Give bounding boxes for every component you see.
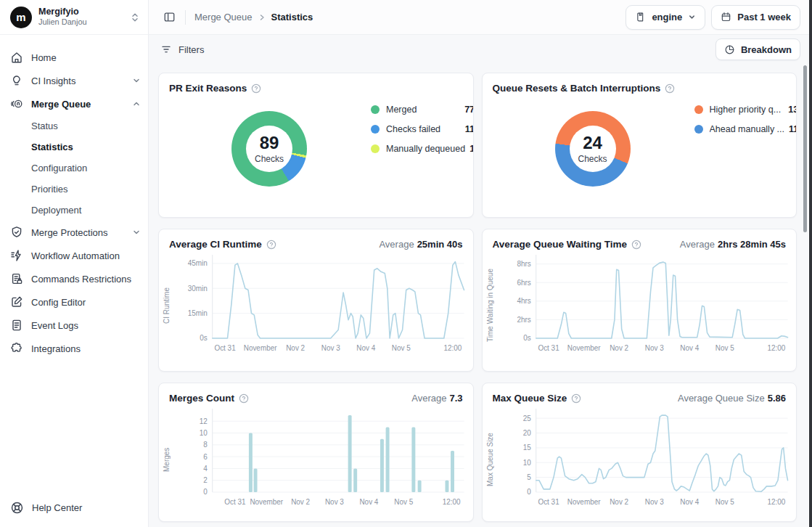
main-area: Merge Queue Statistics engine Past 1 wee… xyxy=(149,0,812,527)
question-icon[interactable] xyxy=(665,83,675,94)
svg-text:10: 10 xyxy=(200,429,208,437)
calendar-icon xyxy=(721,12,731,23)
chevron-up-icon xyxy=(132,99,141,108)
ci-runtime-line-chart[interactable]: 0s15min30min45minOct 31NovemberNov 2Nov … xyxy=(181,251,467,360)
legend-item-ahead-manually[interactable]: Ahead manually ... 11 xyxy=(694,122,797,136)
svg-text:12:00: 12:00 xyxy=(767,344,785,352)
sidebar-item-configuration[interactable]: Configuration xyxy=(10,158,141,179)
donut-total: 24 xyxy=(583,134,602,152)
svg-text:Oct 31: Oct 31 xyxy=(538,498,559,506)
chevron-updown-icon xyxy=(131,12,139,23)
legend-item-manually-dequeued[interactable]: Manually dequeued 1 xyxy=(371,142,474,155)
y-axis-title: CI Runtime xyxy=(166,251,181,360)
pr-exit-donut-chart[interactable]: 89 Checks xyxy=(231,111,307,187)
breakdown-button[interactable]: Breakdown xyxy=(715,38,800,60)
sidebar-item-merge-protections[interactable]: Merge Protections xyxy=(10,221,141,244)
queue-resets-donut-chart[interactable]: 24 Checks xyxy=(555,111,631,187)
org-names: Mergifyio Julien Danjou xyxy=(38,7,124,28)
question-icon[interactable] xyxy=(251,83,261,94)
legend-value: 11 xyxy=(465,124,474,134)
repository-select[interactable]: engine xyxy=(626,5,705,30)
scrollbar-thumb[interactable] xyxy=(803,65,807,232)
date-range-button[interactable]: Past 1 week xyxy=(711,5,800,30)
shield-check-icon xyxy=(10,226,23,239)
svg-text:Oct 31: Oct 31 xyxy=(214,344,236,352)
queue-waiting-line-chart[interactable]: 0s2hrs4hrs6hrs8hrsOct 31NovemberNov 2Nov… xyxy=(504,251,791,360)
pie-chart-icon xyxy=(724,44,735,55)
svg-text:2hrs: 2hrs xyxy=(517,316,530,324)
content-area: PR Exit Reasons 89 Checks xyxy=(149,64,808,527)
sidebar-item-deployment[interactable]: Deployment xyxy=(10,200,141,221)
sidebar-item-status[interactable]: Status xyxy=(10,115,141,136)
average-value: Average7.3 xyxy=(411,393,462,404)
merges-count-bar-chart[interactable]: 024681012Oct 31NovemberNov 2Nov 3Nov 4No… xyxy=(181,405,467,514)
legend-value: 77 xyxy=(464,105,473,115)
sidebar-item-ci-insights[interactable]: CI Insights xyxy=(10,69,141,92)
legend-item-checks-failed[interactable]: Checks failed 11 xyxy=(371,122,474,136)
sidebar-subitem-label: Statistics xyxy=(31,142,73,152)
sidebar-toggle-button[interactable] xyxy=(159,7,179,28)
sidebar-item-priorities[interactable]: Priorities xyxy=(10,179,141,200)
pencil-square-icon xyxy=(10,295,23,309)
card-average-queue-waiting-time: Average Queue Waiting Time Average2hrs 2… xyxy=(482,229,797,372)
chevron-down-icon xyxy=(132,228,141,237)
sidebar-nav: Home CI Insights Merge Queue Status Stat… xyxy=(0,35,148,360)
svg-text:Nov 2: Nov 2 xyxy=(286,344,305,352)
svg-text:Nov 4: Nov 4 xyxy=(680,344,699,352)
svg-text:Nov 4: Nov 4 xyxy=(356,344,375,352)
card-title: Merges Count xyxy=(169,393,234,404)
chevron-down-icon xyxy=(688,13,696,21)
svg-text:8: 8 xyxy=(203,441,208,449)
svg-text:6hrs: 6hrs xyxy=(517,279,530,287)
puzzle-icon xyxy=(10,342,23,355)
question-icon[interactable] xyxy=(571,393,581,404)
card-title: PR Exit Reasons xyxy=(169,83,247,94)
sidebar-item-label: Event Logs xyxy=(31,320,141,331)
max-queue-size-line-chart[interactable]: 0510152025Oct 31NovemberNov 2Nov 3Nov 4N… xyxy=(504,405,791,514)
sidebar-item-event-logs[interactable]: Event Logs xyxy=(10,314,141,337)
svg-text:5: 5 xyxy=(527,473,531,481)
svg-text:Nov 5: Nov 5 xyxy=(715,344,734,352)
card-queue-resets: Queue Resets & Batch Interruptions 24 Ch… xyxy=(482,73,797,218)
sidebar-subitem-label: Deployment xyxy=(31,205,81,216)
question-icon[interactable] xyxy=(239,393,249,404)
sidebar-subitem-label: Priorities xyxy=(31,184,68,195)
help-center-link[interactable]: Help Center xyxy=(10,501,82,515)
legend-label: Ahead manually ... xyxy=(710,124,785,134)
question-icon[interactable] xyxy=(266,240,276,250)
sidebar-item-commands-restrictions[interactable]: Commands Restrictions xyxy=(10,267,141,290)
svg-text:Nov 2: Nov 2 xyxy=(610,498,628,506)
svg-text:November: November xyxy=(250,498,283,506)
donut-center: 24 Checks xyxy=(570,126,616,172)
question-icon[interactable] xyxy=(631,240,641,250)
svg-text:10: 10 xyxy=(522,459,530,467)
svg-text:November: November xyxy=(244,344,277,352)
legend-item-merged[interactable]: Merged 77 xyxy=(371,102,474,116)
svg-text:Nov 3: Nov 3 xyxy=(321,344,340,352)
svg-text:Nov 3: Nov 3 xyxy=(325,498,344,506)
sidebar: m Mergifyio Julien Danjou Home CI Insigh… xyxy=(0,0,149,527)
sidebar-item-home[interactable]: Home xyxy=(10,46,141,69)
breadcrumb: Merge Queue Statistics xyxy=(194,12,313,23)
org-switcher[interactable]: m Mergifyio Julien Danjou xyxy=(0,0,148,35)
sidebar-item-config-editor[interactable]: Config Editor xyxy=(10,290,141,314)
svg-text:4: 4 xyxy=(203,465,208,473)
svg-text:4hrs: 4hrs xyxy=(517,297,530,305)
y-axis-title: Max Queue Size xyxy=(490,405,504,514)
breadcrumb-merge-queue[interactable]: Merge Queue xyxy=(194,12,253,23)
donut-total: 89 xyxy=(260,134,279,152)
filters-button[interactable]: Filters xyxy=(160,44,204,55)
legend-dot xyxy=(371,144,380,153)
sidebar-item-label: Commands Restrictions xyxy=(31,274,141,285)
svg-text:2: 2 xyxy=(203,476,208,484)
help-center-label: Help Center xyxy=(32,502,82,513)
sidebar-item-workflow-automation[interactable]: Workflow Automation xyxy=(10,244,141,267)
sidebar-item-merge-queue[interactable]: Merge Queue xyxy=(10,92,141,115)
donut-total-label: Checks xyxy=(255,154,284,164)
sidebar-item-statistics[interactable]: Statistics xyxy=(10,136,141,158)
sidebar-item-integrations[interactable]: Integrations xyxy=(10,337,141,360)
sidebar-item-label: Merge Protections xyxy=(31,227,124,238)
legend-item-higher-priority[interactable]: Higher priority q... 13 xyxy=(694,102,797,116)
repo-icon xyxy=(635,12,646,23)
legend: Merged 77 Checks failed 11 Manua xyxy=(371,102,474,203)
